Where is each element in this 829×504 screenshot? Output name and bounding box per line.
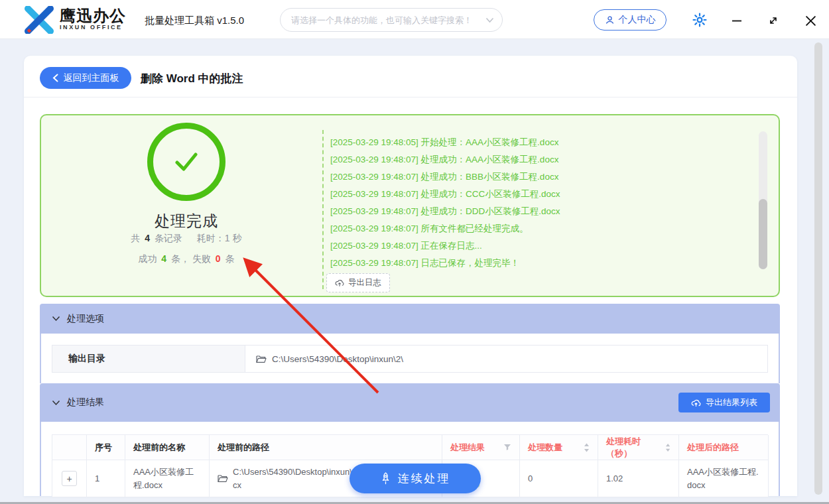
row-index-cell: 1: [87, 460, 125, 497]
total-prefix: 共: [131, 233, 140, 243]
output-dir-row: 输出目录 C:\Users\54390\Desktop\inxun\2\: [52, 345, 768, 373]
summary-line-results: 成功 4 条， 失败 0 条: [67, 253, 306, 265]
minimize-icon[interactable]: [728, 12, 745, 29]
export-results-button[interactable]: 导出结果列表: [678, 393, 770, 412]
export-results-label: 导出结果列表: [706, 397, 757, 409]
settings-gear-icon[interactable]: [691, 11, 708, 29]
fail-label: 失败: [192, 253, 211, 264]
row-expand-cell: +: [52, 460, 87, 497]
col-result-label: 处理结果: [450, 442, 485, 454]
success-check-icon: [147, 123, 225, 201]
output-dir-label: 输出目录: [52, 346, 245, 372]
section-right-border: [779, 334, 780, 383]
title-divider: [24, 97, 797, 97]
export-log-button[interactable]: 导出日志: [326, 273, 390, 292]
function-search[interactable]: [280, 8, 503, 32]
sort-icon[interactable]: [584, 443, 590, 452]
log-line: [2025-03-29 19:48:07] 所有文件都已经处理完成。: [330, 220, 741, 237]
folder-icon: [218, 474, 228, 483]
collapse-chevron-icon: [52, 400, 60, 406]
page-scrollbar-thumb[interactable]: [814, 42, 822, 495]
export-log-wrap: 导出日志: [326, 273, 390, 292]
ok-count: 4: [159, 253, 168, 264]
results-section-header[interactable]: 处理结果: [40, 383, 780, 422]
row-count-cell: 0: [520, 460, 598, 497]
file-name: AAA小区装修工程.docx: [133, 466, 201, 492]
profile-button[interactable]: 个人中心: [594, 9, 667, 31]
col-index: 序号: [87, 435, 125, 460]
log-line: [2025-03-29 19:48:07] 处理成功：DDD小区装修工程.doc…: [330, 203, 741, 220]
ok-label: 成功: [138, 253, 157, 264]
rocket-icon: [380, 472, 391, 485]
log-list: [2025-03-29 19:48:05] 开始处理：AAA小区装修工程.doc…: [330, 134, 741, 272]
chevron-down-icon[interactable]: [485, 17, 494, 23]
col-count[interactable]: 处理数量: [520, 435, 598, 460]
user-icon: [605, 15, 615, 25]
back-to-dashboard-button[interactable]: 返回到主面板: [40, 67, 131, 89]
brand-subtitle: INXUN OFFICE: [60, 24, 126, 31]
app-title: 批量处理工具箱 v1.5.0: [145, 15, 244, 27]
brand-name: 鹰迅办公: [60, 7, 126, 24]
app-window: 鹰迅办公 INXUN OFFICE 批量处理工具箱 v1.5.0 个人中心: [0, 0, 829, 504]
fail-suffix: 条: [225, 253, 235, 264]
elapsed-time: 耗时：1 秒: [197, 233, 242, 243]
log-line: [2025-03-29 19:48:07] 正在保存日志...: [330, 237, 741, 255]
profile-label: 个人中心: [619, 14, 656, 26]
search-input[interactable]: [290, 15, 485, 26]
col-result[interactable]: 处理结果: [442, 435, 520, 460]
col-duration-label: 处理耗时（秒）: [606, 436, 661, 460]
log-scrollbar-thumb[interactable]: [759, 199, 767, 269]
ok-suffix: 条，: [171, 253, 190, 264]
options-section-title: 处理选项: [67, 313, 104, 325]
log-line: [2025-03-29 19:48:07] 处理成功：BBB小区装修工程.doc…: [330, 168, 741, 186]
results-section-title: 处理结果: [67, 397, 104, 409]
output-file-name: AAA小区装修工程.docx: [687, 466, 760, 492]
col-duration[interactable]: 处理耗时（秒）: [598, 435, 679, 460]
col-path-before: 处理前的路径: [210, 435, 442, 460]
summary-line-totals: 共 4 条记录 耗时：1 秒: [67, 233, 306, 245]
log-line: [2025-03-29 19:48:07] 处理成功：AAA小区装修工程.doc…: [330, 151, 741, 168]
cloud-upload-icon: [335, 279, 344, 287]
output-dir-value-wrap[interactable]: C:\Users\54390\Desktop\inxun\2\: [245, 346, 767, 372]
fail-count: 0: [214, 253, 223, 264]
cloud-upload-icon: [691, 399, 701, 407]
section-left-border: [40, 334, 41, 383]
back-button-label: 返回到主面板: [64, 72, 119, 84]
log-line: [2025-03-29 19:48:07] 处理成功：CCC小区装修工程.doc…: [330, 186, 741, 203]
log-line: [2025-03-29 19:48:05] 开始处理：AAA小区装修工程.doc…: [330, 134, 741, 151]
col-name-before: 处理前的名称: [125, 435, 210, 460]
continue-button-label: 连续处理: [398, 471, 451, 486]
collapse-chevron-icon: [52, 316, 60, 322]
output-dir-value: C:\Users\54390\Desktop\inxun\2\: [272, 354, 403, 364]
col-count-label: 处理数量: [528, 442, 562, 454]
section-right-border: [779, 422, 780, 496]
continue-processing-button[interactable]: 连续处理: [350, 464, 481, 493]
row-output-cell: AAA小区装修工程.docx: [679, 460, 769, 497]
row-duration-cell: 1.02: [598, 460, 679, 497]
brand-text: 鹰迅办公 INXUN OFFICE: [60, 7, 126, 31]
folder-icon: [256, 355, 267, 363]
sort-icon[interactable]: [665, 443, 670, 452]
filter-icon[interactable]: [503, 444, 511, 451]
col-path-after-label: 处理后的路径: [687, 442, 739, 454]
close-icon[interactable]: [801, 11, 820, 30]
col-expand: [52, 435, 87, 460]
section-left-border: [40, 422, 41, 496]
col-path-after: 处理后的路径: [679, 435, 769, 460]
expand-row-button[interactable]: +: [62, 471, 77, 486]
page-title: 删除 Word 中的批注: [141, 71, 243, 86]
log-divider: [322, 130, 324, 289]
maximize-icon[interactable]: [765, 12, 782, 29]
status-title: 处理完成: [106, 211, 267, 231]
options-section-header[interactable]: 处理选项: [40, 304, 780, 334]
total-count: 4: [143, 233, 152, 243]
row-name-cell: AAA小区装修工程.docx: [125, 460, 210, 497]
log-line: [2025-03-29 19:48:07] 日志已保存，处理完毕！: [330, 255, 741, 272]
total-suffix: 条记录: [155, 233, 182, 243]
export-log-label: 导出日志: [348, 277, 381, 288]
brand-logo-icon: [24, 6, 54, 34]
